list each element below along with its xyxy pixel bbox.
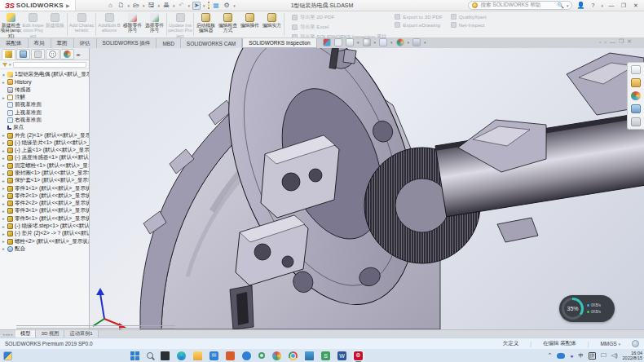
open-icon[interactable]: 🗁	[132, 2, 140, 10]
edit-appearance-icon[interactable]	[396, 38, 404, 46]
solidworks-logo[interactable]: ЗS SOLIDWORKS ▶	[0, 0, 76, 11]
filter-funnel-icon[interactable]	[2, 63, 7, 67]
tab-assembly[interactable]: 装配体	[0, 38, 29, 48]
maximize-button[interactable]: ❐	[620, 2, 628, 9]
edit-operations-button[interactable]: 编辑操作	[239, 12, 261, 28]
tab-motion-study-1[interactable]: 运动算例1	[64, 330, 98, 338]
tab-property-manager[interactable]	[16, 49, 30, 60]
tabs-overflow-icon[interactable]: ◂▸	[76, 51, 81, 57]
minimize-button[interactable]: —	[607, 2, 615, 8]
new-document-icon[interactable]: 🗋	[117, 2, 126, 10]
menu-expand-icon[interactable]: ▶	[66, 2, 70, 8]
expand-icon[interactable]: ▸	[2, 163, 6, 168]
tree-item-mates[interactable]: ▸配合	[2, 245, 89, 253]
edit-inspection-methods-button[interactable]: 编辑检查方式	[217, 12, 239, 33]
start-button[interactable]	[130, 351, 139, 360]
design-library-icon[interactable]	[631, 78, 641, 87]
search-caret-icon[interactable]: ▾	[567, 3, 569, 8]
tree-item[interactable]: ▸(-) 绝缘堵.step<1> (默认<<默认>_	[2, 223, 89, 230]
tab-model[interactable]: 模型	[15, 330, 36, 338]
print-caret-icon[interactable]: ▾	[173, 3, 175, 8]
tree-item[interactable]: ▸(-) 绝缘垫片<1> (默认<<默认>_显示	[2, 139, 89, 147]
options-caret-icon[interactable]: ▾	[233, 3, 236, 8]
expand-icon[interactable]: ▸	[2, 179, 6, 183]
section-view-icon[interactable]	[323, 38, 331, 46]
display-tray-icon[interactable]: 🖵	[601, 352, 607, 359]
doc-restore-button[interactable]: ❐	[619, 38, 624, 45]
save-caret-icon[interactable]: ▾	[158, 3, 161, 8]
edit-specs-button[interactable]: 编辑实方	[261, 12, 283, 28]
tab-addins[interactable]: SOLIDWORKS 插件	[97, 38, 157, 48]
expand-icon[interactable]: ▸	[2, 239, 6, 244]
tab-feature-tree[interactable]	[2, 49, 15, 60]
select-tool-icon[interactable]: ➤	[192, 2, 201, 10]
ime-language[interactable]: 中	[579, 352, 584, 360]
tray-expand-icon[interactable]: ⌃	[547, 352, 552, 359]
mail-icon[interactable]: ✉	[210, 351, 218, 360]
user-account-icon[interactable]: 👤	[576, 2, 584, 10]
floating-monitor-widget[interactable]: 35% 0KB/s 0KB/s	[559, 295, 615, 322]
tree-item[interactable]: 上视基准面	[2, 108, 89, 116]
save-icon[interactable]: 🖫	[148, 2, 156, 10]
tree-item[interactable]: ▸保护套<1> (默认<<默认>_显示状态	[2, 177, 89, 184]
graphics-area[interactable]	[90, 48, 644, 329]
tab-scroll-arrows[interactable]: ◂◂▸▸	[0, 330, 15, 338]
office-app-icon[interactable]	[226, 351, 235, 360]
display-style-icon[interactable]	[363, 38, 371, 46]
tab-solidworks-cam[interactable]: SOLIDWORKS CAM	[181, 38, 242, 48]
tab-mbd[interactable]: MBD	[157, 38, 180, 48]
filter-input[interactable]	[13, 62, 86, 68]
taskbar-clock[interactable]: 16:04 2022/8/15	[623, 351, 642, 361]
expand-icon[interactable]: ▸	[2, 232, 6, 236]
hide-show-caret-icon[interactable]: ▾	[390, 40, 393, 45]
app-colored-circle-icon[interactable]	[272, 351, 281, 360]
search-input[interactable]: 搜索 SOLIDWORKS 帮助	[480, 2, 540, 9]
task-view-icon[interactable]	[161, 351, 170, 360]
volume-icon[interactable]: ◁)	[611, 352, 618, 359]
tree-item[interactable]: ▸外壳 (2)<1> (默认<<默认>_显示状态	[2, 131, 89, 139]
tree-item[interactable]: ▸零件5<1> (默认<<默认>_显示状态	[2, 215, 89, 223]
expand-icon[interactable]: ▸	[2, 186, 6, 191]
select-balloons-button[interactable]: 选择零件序号	[143, 12, 165, 33]
hide-show-items-icon[interactable]	[379, 38, 387, 46]
ime-mode-icon[interactable]: 拼	[589, 352, 596, 360]
options-gear-icon[interactable]: ⚙	[223, 2, 231, 10]
tab-3d-views[interactable]: 3D 视图	[36, 330, 64, 338]
onedrive-icon[interactable]	[557, 353, 565, 359]
expand-icon[interactable]: ▸	[2, 133, 6, 138]
widgets-icon[interactable]	[3, 351, 12, 360]
taskbar-search-icon[interactable]	[147, 352, 153, 359]
globe-icon[interactable]	[632, 340, 639, 347]
tree-item[interactable]: 传感器	[2, 86, 89, 94]
select-caret-icon[interactable]: ▾	[203, 3, 205, 8]
tree-item[interactable]: ▸密封圈<1> (默认<<默认>_显示状态	[2, 170, 89, 177]
cad-model[interactable]	[90, 48, 644, 329]
app-book-icon[interactable]	[305, 351, 314, 360]
file-explorer-icon[interactable]	[193, 351, 202, 360]
new-inspection-project-button[interactable]: 新建检查项目(amp;对)	[0, 12, 22, 38]
view-orientation-icon[interactable]	[346, 38, 354, 46]
view-orientation-caret-icon[interactable]: ▾	[357, 40, 359, 45]
zoom-fit-icon[interactable]	[334, 38, 342, 46]
tree-item[interactable]: ▸零件3<1> (默认<<默认>_显示状态	[2, 207, 89, 214]
expand-icon[interactable]: ▾	[2, 73, 6, 77]
word-icon[interactable]: W	[337, 351, 346, 360]
tree-item[interactable]: ▸零件2<1> (默认<<默认>_显示状态	[2, 192, 89, 200]
remove-balloons-button[interactable]: 移除零件序号	[121, 12, 143, 33]
expand-icon[interactable]: ▸	[2, 148, 6, 153]
doc-pin-icon[interactable]: ▫	[599, 39, 601, 45]
tree-item[interactable]: ▸(-) 上盖<1> (默认<<默认>_显示状态	[2, 147, 89, 154]
close-button[interactable]: ✕	[632, 2, 640, 9]
expand-icon[interactable]: ▸	[2, 80, 6, 85]
app-blue-circle-icon[interactable]	[242, 351, 251, 360]
doc-close-button[interactable]: ✕	[627, 38, 632, 45]
tree-item[interactable]: ▸History	[2, 78, 89, 86]
view-palette-icon[interactable]	[631, 104, 641, 113]
new-caret-icon[interactable]: ▾	[128, 3, 130, 8]
edge-browser-icon[interactable]	[177, 351, 186, 360]
tree-item[interactable]: 前视基准面	[2, 101, 89, 108]
tree-item[interactable]: ▸(-) 温度传感器<1> (默认<<默认>_显	[2, 154, 89, 161]
expand-icon[interactable]: ▸	[2, 171, 6, 176]
antivirus-icon[interactable]: ●	[570, 353, 573, 359]
tab-dimxpert[interactable]	[46, 49, 60, 60]
